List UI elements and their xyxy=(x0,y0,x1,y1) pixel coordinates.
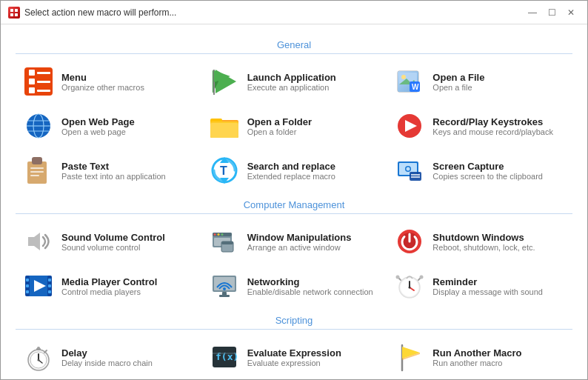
scripting-grid: Delay Delay inside macro chain f(x) Eval… xyxy=(16,336,572,379)
svg-rect-59 xyxy=(26,284,29,287)
svg-text:T: T xyxy=(220,164,227,177)
svg-rect-63 xyxy=(48,290,51,293)
maximize-button[interactable]: ☐ xyxy=(543,5,561,20)
svg-rect-62 xyxy=(48,284,51,287)
open-folder-icon xyxy=(209,110,240,141)
svg-marker-43 xyxy=(28,233,40,250)
title-bar: Select action new macro will perform... … xyxy=(1,1,587,24)
action-open-file[interactable]: W Open a File Open a file xyxy=(387,60,572,103)
screen-capture-icon xyxy=(394,155,425,186)
svg-point-66 xyxy=(223,287,226,290)
close-button[interactable]: ✕ xyxy=(562,5,580,20)
svg-rect-29 xyxy=(30,167,44,169)
svg-point-73 xyxy=(409,287,411,289)
svg-text:W: W xyxy=(412,83,419,91)
action-media-player[interactable]: Media Player Control Control media playe… xyxy=(16,264,201,307)
action-evaluate[interactable]: f(x) Evaluate Expression Evaluate expres… xyxy=(201,336,387,379)
svg-rect-24 xyxy=(210,123,238,138)
svg-point-77 xyxy=(420,276,424,279)
svg-rect-0 xyxy=(10,9,13,12)
svg-line-85 xyxy=(44,350,47,353)
action-search-replace[interactable]: T Search and replace Extended replace ma… xyxy=(201,149,387,192)
evaluate-icon: f(x) xyxy=(209,341,240,373)
action-networking[interactable]: Networking Enable/disable network connec… xyxy=(201,264,387,307)
delay-icon xyxy=(23,341,54,373)
action-sound-volume[interactable]: Sound Volume Control Sound volume contro… xyxy=(16,220,201,263)
svg-text:f(x): f(x) xyxy=(216,351,238,362)
run-macro-icon xyxy=(394,341,425,373)
action-paste-text[interactable]: Paste Text Paste text into an applicatio… xyxy=(16,149,201,192)
action-run-macro[interactable]: Run Another Macro Run another macro xyxy=(387,336,572,379)
open-web-icon xyxy=(23,110,54,141)
svg-rect-31 xyxy=(30,175,39,176)
svg-point-48 xyxy=(221,233,223,236)
svg-point-39 xyxy=(407,167,410,171)
action-shutdown[interactable]: Shutdown Windows Reboot, shutdown, lock,… xyxy=(387,220,572,263)
main-window: Select action new macro will perform... … xyxy=(0,0,588,380)
svg-point-11 xyxy=(401,75,406,79)
shutdown-icon xyxy=(394,226,425,257)
action-reminder[interactable]: Reminder Display a message with sound xyxy=(387,264,572,307)
svg-rect-1 xyxy=(15,9,18,12)
svg-rect-28 xyxy=(32,157,42,164)
content-area: General Menu Organize other macros xyxy=(1,24,587,379)
svg-rect-30 xyxy=(30,171,44,173)
svg-rect-68 xyxy=(219,295,230,297)
app-icon xyxy=(8,7,20,19)
search-replace-icon: T xyxy=(209,155,240,186)
sound-volume-icon xyxy=(23,226,54,257)
action-open-folder[interactable]: Open a Folder Open a folder xyxy=(201,104,387,147)
reminder-icon xyxy=(394,270,425,301)
svg-rect-58 xyxy=(26,279,29,281)
open-file-icon: W xyxy=(394,66,425,97)
action-open-web[interactable]: Open Web Page Open a web page xyxy=(16,104,201,147)
general-grid: Menu Organize other macros Launch Applic… xyxy=(16,60,572,192)
svg-point-47 xyxy=(217,233,219,236)
menu-icon xyxy=(23,66,54,97)
title-bar-left: Select action new macro will perform... xyxy=(8,7,176,19)
window-manip-icon xyxy=(209,226,240,257)
action-window-manip[interactable]: Window Manipulations Arrange an active w… xyxy=(201,220,387,263)
svg-point-76 xyxy=(396,276,400,279)
section-computer-management: Computer Management xyxy=(16,199,572,214)
record-keystrokes-icon xyxy=(394,110,425,141)
section-general: General xyxy=(16,39,572,54)
action-screen-capture[interactable]: Screen Capture Copies screen to the clip… xyxy=(387,149,572,192)
svg-rect-60 xyxy=(26,290,29,293)
svg-rect-3 xyxy=(15,13,18,16)
action-menu[interactable]: Menu Organize other macros xyxy=(16,60,201,103)
networking-icon xyxy=(209,270,240,301)
computer-management-grid: Sound Volume Control Sound volume contro… xyxy=(16,220,572,307)
svg-rect-61 xyxy=(48,279,51,281)
window-title: Select action new macro will perform... xyxy=(24,7,176,18)
svg-point-46 xyxy=(213,233,216,236)
action-launch-app[interactable]: Launch Application Execute an applicatio… xyxy=(201,60,387,103)
svg-rect-40 xyxy=(410,172,421,181)
minimize-button[interactable]: — xyxy=(524,5,541,20)
launch-app-icon xyxy=(209,66,240,97)
window-controls: — ☐ ✕ xyxy=(524,5,580,20)
section-scripting: Scripting xyxy=(16,315,572,330)
action-delay[interactable]: Delay Delay inside macro chain xyxy=(16,336,201,379)
svg-point-84 xyxy=(37,347,40,350)
svg-rect-2 xyxy=(10,13,13,16)
svg-rect-51 xyxy=(221,241,233,244)
action-record-keystrokes[interactable]: Record/Play Keystrokes Keys and mouse re… xyxy=(387,104,572,147)
paste-text-icon xyxy=(23,155,54,186)
svg-point-82 xyxy=(38,359,40,361)
media-player-icon xyxy=(23,270,54,301)
